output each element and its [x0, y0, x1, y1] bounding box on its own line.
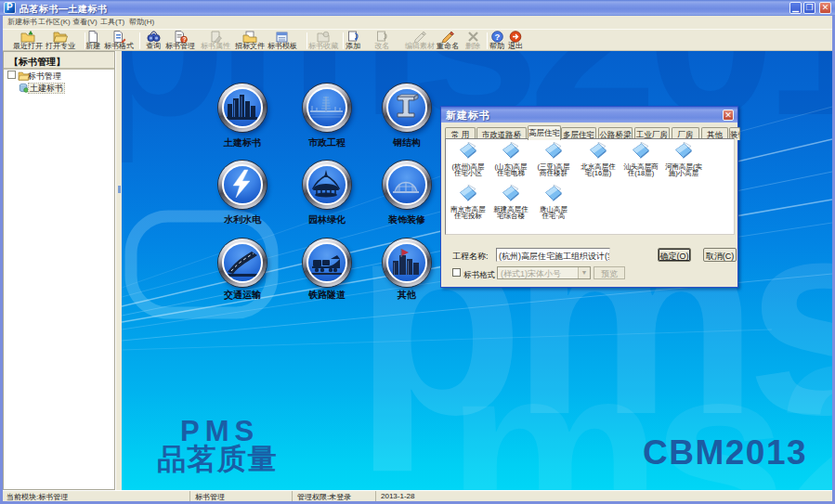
- svg-text:?: ?: [494, 32, 500, 42]
